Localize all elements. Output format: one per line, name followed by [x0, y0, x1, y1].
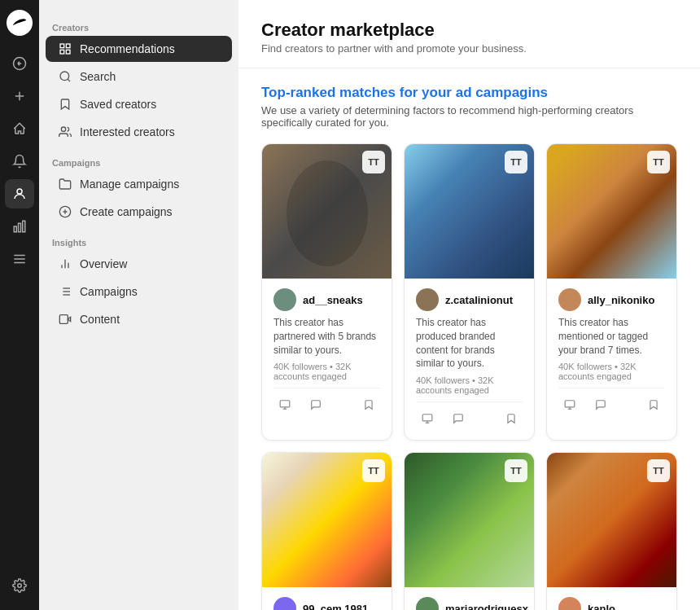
card-user: ally_nikoniko — [558, 288, 665, 311]
card-username: z.catalinionut — [445, 294, 513, 306]
card-image: TT — [405, 453, 534, 587]
svg-point-15 — [60, 72, 69, 81]
notification-icon[interactable] — [5, 147, 34, 176]
card-image: TT — [547, 144, 676, 279]
card-username: ally_nikoniko — [588, 294, 654, 306]
sidebar-item-manage-campaigns[interactable]: Manage campaigns — [46, 171, 232, 197]
message-button[interactable] — [589, 393, 612, 416]
card-username: ad__sneaks — [303, 294, 363, 306]
recommendations-section: Top-ranked matches for your ad campagins… — [238, 68, 700, 610]
card-username: mariarodriguesx — [445, 603, 528, 610]
card-body: ally_nikoniko This creator has mentioned… — [547, 279, 676, 426]
creator-card: TT kanlo This creator has a high engagem… — [546, 452, 677, 610]
avatar — [558, 597, 581, 610]
card-description: This creator has produced branded conten… — [416, 316, 523, 371]
sidebar-item-search[interactable]: Search — [46, 64, 232, 90]
sidebar-item-recommendations[interactable]: Recommendations — [46, 36, 232, 62]
campaigns-section-label: Campaigns — [39, 158, 238, 168]
plus-circle-icon — [59, 205, 72, 218]
avatar — [273, 288, 296, 311]
search-icon — [59, 70, 72, 83]
spark-ads-button[interactable] — [273, 393, 296, 416]
sidebar-item-label: Create campaigns — [80, 205, 173, 218]
svg-point-3 — [17, 189, 22, 194]
tiktok-icon: TT — [362, 151, 385, 173]
list-icon — [59, 285, 72, 298]
card-description: This creator has mentioned or tagged you… — [558, 316, 665, 357]
card-body: z.catalinionut This creator has produced… — [405, 279, 534, 440]
sidebar-item-label: Overview — [80, 257, 127, 270]
card-stats: 40K followers • 32K accounts engaged — [273, 362, 380, 381]
creator-marketplace-icon[interactable] — [5, 179, 34, 208]
brand-logo — [7, 10, 33, 36]
svg-rect-6 — [23, 221, 25, 232]
bar-chart-icon — [59, 257, 72, 270]
message-button[interactable] — [447, 407, 470, 430]
tiktok-icon: TT — [647, 459, 670, 482]
tiktok-icon: TT — [505, 459, 527, 482]
svg-rect-11 — [60, 44, 64, 48]
section-title: Top-ranked matches for your ad campagins — [261, 85, 677, 101]
sidebar-item-label: Recommendations — [80, 42, 175, 55]
creator-card: TT mariarodriguesx This creator has prod… — [404, 452, 535, 610]
save-button[interactable] — [642, 393, 665, 416]
back-icon[interactable] — [5, 49, 34, 78]
card-user: z.catalinionut — [416, 288, 523, 311]
card-actions — [558, 388, 665, 416]
save-button[interactable] — [357, 393, 380, 416]
sidebar-item-saved-creators[interactable]: Saved creators — [46, 91, 232, 117]
tiktok-icon: TT — [362, 459, 385, 482]
card-user: 99_cem.1981 — [273, 597, 380, 610]
card-image: TT — [405, 144, 534, 279]
card-image: TT — [262, 453, 392, 587]
creator-card: TT 99_cem.1981 This creator's content ha… — [261, 452, 392, 610]
save-button[interactable] — [500, 407, 523, 430]
card-username: kanlo — [588, 603, 615, 610]
spark-ads-button[interactable] — [558, 393, 581, 416]
svg-rect-30 — [59, 315, 68, 324]
avatar — [273, 597, 296, 610]
svg-rect-13 — [60, 50, 64, 54]
sidebar-item-label: Saved creators — [80, 98, 156, 111]
message-button[interactable] — [304, 393, 327, 416]
page-title: Creator marketplace — [261, 20, 677, 41]
svg-rect-38 — [565, 401, 575, 407]
sidebar-item-label: Manage campaigns — [80, 178, 179, 191]
sidebar-item-content[interactable]: Content — [46, 306, 232, 332]
icon-bar — [0, 0, 39, 610]
svg-rect-5 — [19, 223, 21, 232]
card-image: TT — [262, 144, 392, 279]
sidebar-item-overview[interactable]: Overview — [46, 251, 232, 277]
sidebar-item-label: Content — [80, 313, 120, 326]
card-stats: 40K followers • 32K accounts engaged — [416, 375, 523, 395]
creators-section-label: Creators — [39, 23, 238, 33]
tiktok-icon: TT — [505, 151, 527, 173]
video-icon — [59, 313, 72, 326]
menu-icon[interactable] — [5, 244, 34, 274]
tiktok-icon: TT — [647, 151, 670, 173]
creator-card: TT z.catalinionut This creator has produ… — [404, 143, 535, 441]
svg-rect-14 — [66, 50, 70, 54]
sidebar-item-create-campaigns[interactable]: Create campaigns — [46, 199, 232, 225]
spark-ads-button[interactable] — [416, 407, 439, 430]
avatar — [416, 288, 439, 311]
svg-point-10 — [18, 584, 22, 588]
avatar — [558, 288, 581, 311]
add-icon[interactable] — [5, 81, 34, 111]
card-actions — [416, 402, 523, 430]
svg-rect-35 — [422, 415, 432, 421]
sidebar-item-insights-campaigns[interactable]: Campaigns — [46, 279, 232, 305]
settings-icon[interactable] — [5, 571, 34, 600]
sidebar-item-label: Search — [80, 70, 116, 83]
home-icon[interactable] — [5, 114, 34, 143]
chart-icon[interactable] — [5, 212, 34, 241]
svg-point-17 — [61, 127, 65, 131]
creator-card: TT ally_nikoniko This creator has mentio… — [546, 143, 677, 441]
creator-card: TT ad__sneaks This creator has partnered… — [261, 143, 392, 441]
avatar — [416, 597, 439, 610]
sidebar-item-interested-creators[interactable]: Interested creators — [46, 119, 232, 145]
people-icon — [59, 125, 72, 138]
main-content-area: Creator marketplace Find creators to par… — [238, 0, 700, 610]
bookmark-icon — [59, 98, 72, 111]
card-stats: 40K followers • 32K accounts engaged — [558, 362, 665, 381]
